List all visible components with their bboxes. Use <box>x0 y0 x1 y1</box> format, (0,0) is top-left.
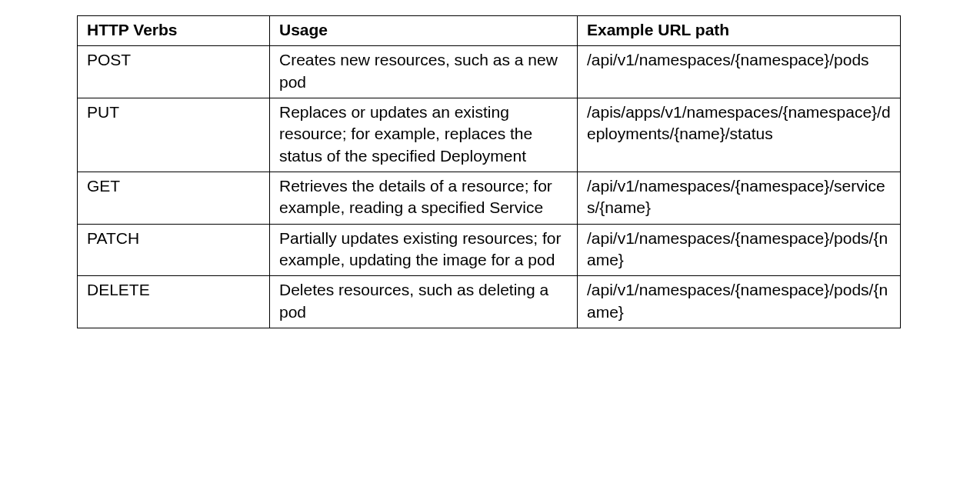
col-header-usage: Usage <box>270 16 578 46</box>
col-header-verb: HTTP Verbs <box>78 16 270 46</box>
table-row: GET Retrieves the details of a resource;… <box>78 172 901 225</box>
cell-url: /api/v1/namespaces/{namespace}/services/… <box>578 172 901 225</box>
cell-url: /api/v1/namespaces/{namespace}/pods/{nam… <box>578 276 901 328</box>
table-row: POST Creates new resources, such as a ne… <box>78 46 901 98</box>
table-header-row: HTTP Verbs Usage Example URL path <box>78 16 901 46</box>
cell-url: /api/v1/namespaces/{namespace}/pods/{nam… <box>578 224 901 276</box>
cell-usage: Deletes resources, such as deleting a po… <box>270 276 578 328</box>
cell-usage: Creates new resources, such as a new pod <box>270 46 578 98</box>
cell-verb: GET <box>78 172 270 225</box>
table-row: DELETE Deletes resources, such as deleti… <box>78 276 901 328</box>
http-verbs-table: HTTP Verbs Usage Example URL path POST C… <box>77 15 901 328</box>
table-row: PATCH Partially updates existing resourc… <box>78 224 901 276</box>
cell-usage: Replaces or updates an existing resource… <box>270 98 578 172</box>
cell-usage: Partially updates existing resources; fo… <box>270 224 578 276</box>
cell-verb: POST <box>78 46 270 98</box>
cell-verb: PUT <box>78 98 270 172</box>
table-row: PUT Replaces or updates an existing reso… <box>78 98 901 172</box>
cell-verb: DELETE <box>78 276 270 328</box>
cell-url: /api/v1/namespaces/{namespace}/pods <box>578 46 901 98</box>
cell-usage: Retrieves the details of a resource; for… <box>270 172 578 225</box>
col-header-url: Example URL path <box>578 16 901 46</box>
cell-url: /apis/apps/v1/namespaces/{namespace}/dep… <box>578 98 901 172</box>
cell-verb: PATCH <box>78 224 270 276</box>
